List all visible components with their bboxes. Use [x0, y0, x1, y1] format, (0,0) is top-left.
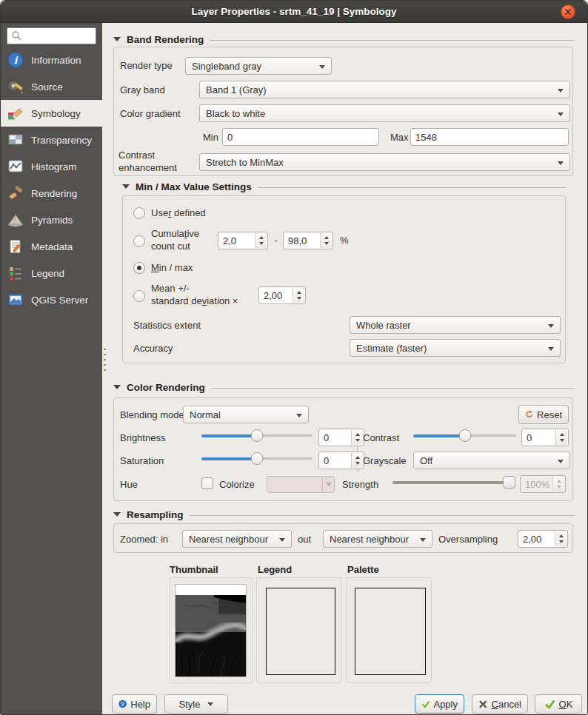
header-rule [258, 187, 566, 188]
sidebar-item-transparency[interactable]: Transparency [1, 127, 102, 153]
cumulative-low-spinbox[interactable]: 2,0 [218, 232, 268, 249]
collapse-arrow-icon[interactable] [122, 184, 130, 189]
contrast-slider[interactable] [413, 429, 516, 443]
sidebar-item-label: Transparency [31, 135, 92, 146]
apply-button[interactable]: Apply [415, 694, 464, 714]
band-rendering-group: Render type Singleband gray Gray band Ba… [113, 47, 573, 176]
zoomed-out-label: out [298, 534, 311, 545]
color-rendering-group: Blending mode Normal Reset Brightness 0 … [113, 397, 573, 501]
render-type-select[interactable]: Singleband gray [185, 57, 332, 75]
sidebar-item-histogram[interactable]: Histogram [1, 153, 102, 180]
radio-cumulative-count-cut[interactable] [133, 235, 145, 247]
slider-handle[interactable] [458, 429, 471, 442]
spinner-arrows-icon[interactable] [555, 531, 567, 546]
information-icon: i [7, 51, 24, 69]
titlebar[interactable]: Layer Properties - srtm_41_19 | Symbolog… [1, 1, 587, 23]
spinner-arrows-icon[interactable] [555, 430, 567, 445]
saturation-spinbox[interactable]: 0 [318, 452, 364, 469]
spinner-arrows-icon[interactable] [351, 430, 363, 445]
sidebar-item-legend[interactable]: Legend [1, 260, 102, 286]
splitter-handle[interactable] [104, 349, 106, 371]
brightness-spinbox[interactable]: 0 [318, 429, 364, 446]
dropdown-arrow-icon [279, 538, 285, 542]
ok-button[interactable]: OK [535, 694, 582, 714]
svg-text:?: ? [121, 701, 124, 708]
legend-panel [256, 577, 342, 683]
contrast-enhancement-select[interactable]: Stretch to MinMax [199, 153, 570, 171]
sidebar-item-information[interactable]: i Information [1, 47, 102, 73]
oversampling-value: 2,00 [523, 534, 541, 545]
search-input[interactable] [7, 27, 96, 44]
spinner-arrows-icon[interactable] [320, 233, 332, 248]
collapse-arrow-icon[interactable] [113, 37, 121, 41]
dropdown-arrow-icon [319, 65, 325, 69]
section-title: Resampling [127, 509, 184, 520]
mean-std-spinbox[interactable]: 2,00 [258, 286, 306, 304]
reset-icon [525, 409, 533, 420]
zoomed-out-value: Nearest neighbour [330, 534, 409, 545]
colorize-label: Colorize [219, 479, 255, 490]
cumulative-high-spinbox[interactable]: 98,0 [283, 232, 333, 249]
color-gradient-select[interactable]: Black to white [199, 104, 570, 122]
colorize-color-swatch[interactable] [267, 476, 335, 493]
gray-band-select[interactable]: Band 1 (Gray) [199, 81, 570, 98]
contrast-spinbox[interactable]: 0 [521, 429, 569, 446]
band-rendering-header: Band Rendering [113, 33, 575, 45]
help-button[interactable]: ? Help [112, 694, 157, 714]
color-gradient-value: Black to white [206, 108, 265, 119]
thumbnail-image [175, 584, 247, 677]
brightness-slider[interactable] [201, 429, 313, 443]
layer-properties-dialog: Layer Properties - srtm_41_19 | Symbolog… [0, 0, 588, 715]
close-button[interactable] [561, 4, 575, 19]
statistics-extent-select[interactable]: Whole raster [350, 316, 561, 334]
cancel-label: Cancel [492, 699, 521, 710]
reset-button[interactable]: Reset [518, 405, 569, 424]
sidebar-item-metadata[interactable]: Metadata [1, 233, 102, 260]
cancel-x-icon [478, 699, 488, 709]
slider-handle[interactable] [251, 452, 264, 465]
radio-dot [137, 266, 141, 270]
sidebar-item-rendering[interactable]: Rendering [1, 180, 102, 207]
strength-slider [392, 475, 515, 489]
sidebar-item-label: Histogram [31, 161, 77, 172]
histogram-icon [7, 158, 24, 175]
oversampling-spinbox[interactable]: 2,00 [518, 530, 568, 548]
close-icon [564, 7, 572, 16]
spinner-arrows-icon[interactable] [351, 453, 363, 468]
collapse-arrow-icon[interactable] [113, 385, 121, 389]
spinner-arrows-icon[interactable] [255, 233, 267, 248]
sidebar-item-label: QGIS Server [31, 295, 88, 306]
saturation-slider[interactable] [201, 452, 313, 466]
radio-mean-std[interactable] [133, 290, 145, 302]
min-input[interactable]: 0 [222, 128, 379, 146]
percent-label: % [340, 235, 349, 246]
blending-mode-select[interactable]: Normal [183, 406, 309, 423]
oversampling-label: Oversampling [438, 534, 498, 545]
max-input[interactable]: 1548 [410, 128, 569, 146]
dropdown-arrow-icon [548, 347, 554, 351]
legend-icon [7, 264, 24, 282]
sidebar-item-symbology[interactable]: Symbology [1, 100, 102, 127]
sidebar-item-source[interactable]: Source [1, 73, 102, 100]
zoomed-out-select[interactable]: Nearest neighbour [323, 530, 432, 548]
radio-min-max[interactable] [133, 262, 145, 274]
sidebar-item-pyramids[interactable]: Pyramids [1, 207, 102, 233]
collapse-arrow-icon[interactable] [113, 512, 121, 517]
accuracy-select[interactable]: Estimate (faster) [350, 339, 561, 357]
spinner-arrows-icon[interactable] [293, 288, 304, 303]
blending-mode-value: Normal [190, 409, 221, 420]
spinner-arrows-icon [552, 477, 564, 491]
blending-mode-label: Blending mode [120, 409, 184, 420]
gray-band-label: Gray band [120, 84, 165, 95]
grayscale-select[interactable]: Off [413, 452, 570, 469]
cumulative-low-value: 2,0 [223, 235, 236, 246]
cancel-button[interactable]: Cancel [472, 694, 528, 714]
header-rule [210, 40, 575, 41]
sidebar-item-qgis-server[interactable]: QGIS Server [1, 286, 102, 313]
slider-handle[interactable] [251, 429, 264, 442]
colorize-checkbox[interactable] [201, 477, 213, 489]
render-type-value: Singleband gray [192, 61, 261, 72]
radio-user-defined[interactable] [133, 207, 145, 219]
zoomed-in-select[interactable]: Nearest neighbour [182, 530, 292, 548]
style-button[interactable]: Style [164, 694, 228, 714]
